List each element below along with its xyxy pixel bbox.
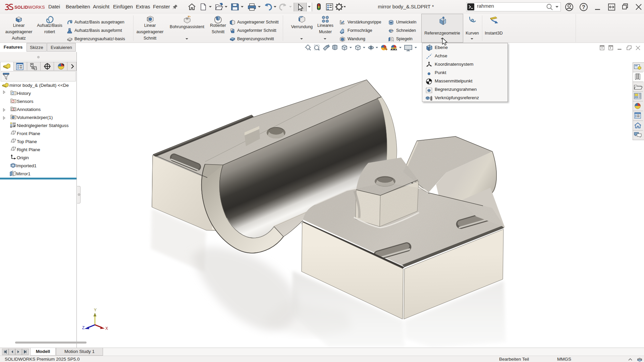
svg-text:Y: Y (94, 308, 97, 312)
svg-text:?: ? (582, 4, 585, 10)
svg-text:X: X (105, 326, 108, 331)
svg-text:A: A (12, 108, 14, 111)
svg-text:SOLIDWORKS: SOLIDWORKS (14, 5, 45, 10)
svg-text:Z: Z (82, 325, 85, 330)
